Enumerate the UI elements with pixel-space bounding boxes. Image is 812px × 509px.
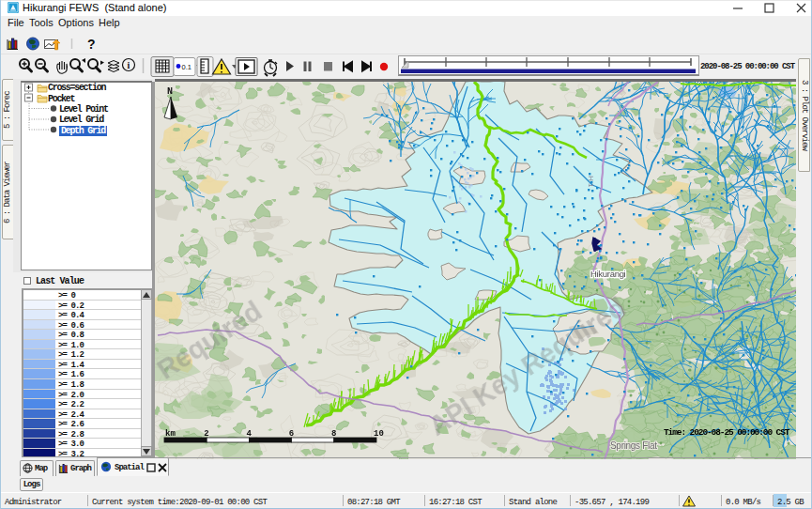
svg-text:4: 4: [247, 429, 253, 439]
svg-text:Springs Flat: Springs Flat: [610, 440, 657, 451]
svg-text:2: 2: [204, 429, 208, 439]
svg-text:?: ?: [87, 37, 96, 51]
svg-text:6: 6: [289, 429, 294, 439]
svg-text:Time: 2020-08-25 00:00:00 CST: Time: 2020-08-25 00:00:00 CST: [664, 427, 790, 438]
svg-text:10: 10: [374, 429, 384, 439]
svg-text:8: 8: [331, 429, 336, 439]
svg-text:i: i: [128, 60, 130, 70]
svg-text:H 1: H 1: [587, 176, 595, 188]
svg-text:N: N: [167, 86, 173, 97]
svg-text:km: km: [165, 429, 176, 439]
svg-text:Hikurangi: Hikurangi: [590, 269, 626, 279]
svg-text:0.1: 0.1: [182, 63, 192, 71]
